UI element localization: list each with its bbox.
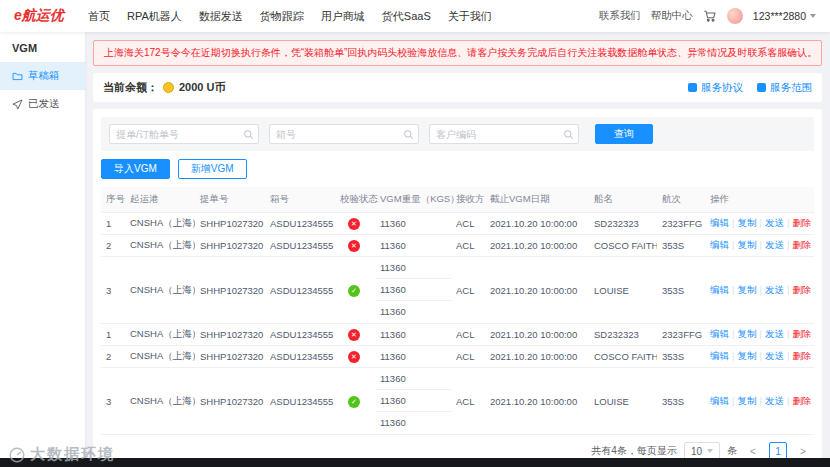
nav-cargo-tracking[interactable]: 货物跟踪 — [260, 9, 304, 24]
customer-code-field — [429, 124, 579, 144]
cell-bl-no: SHHP1027320 — [195, 346, 265, 368]
action-send[interactable]: 发送 — [765, 395, 784, 406]
page-number[interactable]: 1 — [769, 442, 787, 459]
action-copy[interactable]: 复制 — [737, 328, 756, 339]
cell-bl-no: SHHP1027320 — [195, 213, 265, 235]
service-agreement-link[interactable]: 服务协议 — [688, 81, 743, 95]
col-receiver: 接收方 — [451, 187, 485, 213]
nav-rpa-robot[interactable]: RPA机器人 — [127, 9, 182, 24]
table-row: 3CNSHA（上海）SHHP1027320ASDU123455511360113… — [101, 368, 814, 435]
cell-vessel: SD232323 — [589, 324, 657, 346]
action-edit[interactable]: 编辑 — [710, 395, 729, 406]
table-row: 2CNSHA（上海）SHHP1027320ASDU123455511360ACL… — [101, 235, 814, 257]
nav-user-mall[interactable]: 用户商城 — [321, 9, 365, 24]
customer-code-input[interactable] — [429, 124, 579, 144]
vgm-panel: 查询 导入VGM 新增VGM 序号 起运港 提单号 箱号 — [93, 109, 822, 459]
user-account[interactable]: 123***2880 — [753, 10, 816, 22]
app-logo[interactable]: e航运优 — [14, 7, 88, 25]
weight-line: 11360 — [375, 412, 451, 434]
cell-container: ASDU1234555 — [265, 368, 335, 435]
coin-icon — [163, 82, 174, 93]
action-separator: | — [787, 350, 789, 361]
action-edit[interactable]: 编辑 — [710, 284, 729, 295]
action-copy[interactable]: 复制 — [737, 217, 756, 228]
action-separator: | — [759, 350, 761, 361]
cell-status — [335, 257, 375, 324]
action-delete[interactable]: 删除 — [792, 328, 811, 339]
total-count-label: 共有4条，每页显示 — [591, 444, 677, 458]
cart-icon[interactable] — [703, 9, 717, 23]
action-edit[interactable]: 编辑 — [710, 328, 729, 339]
bl-search-input[interactable] — [109, 124, 259, 144]
table-header-row: 序号 起运港 提单号 箱号 校验状态 VGM重量（KGS） 接收方 截止VGM日… — [101, 187, 814, 213]
cell-container: ASDU1234555 — [265, 213, 335, 235]
cell-deadline: 2021.10.20 10:00:00 — [485, 368, 589, 435]
col-container-no: 箱号 — [265, 187, 335, 213]
cell-vessel: LOUISE — [589, 368, 657, 435]
nav-freight-saas[interactable]: 货代SaaS — [382, 9, 431, 24]
action-delete[interactable]: 删除 — [792, 284, 811, 295]
action-copy[interactable]: 复制 — [737, 239, 756, 250]
cell-container: ASDU1234555 — [265, 257, 335, 324]
action-send[interactable]: 发送 — [765, 239, 784, 250]
sidebar-item-drafts[interactable]: 草稿箱 — [0, 62, 85, 90]
cell-bl-no: SHHP1027320 — [195, 257, 265, 324]
action-separator: | — [787, 239, 789, 250]
action-copy[interactable]: 复制 — [737, 395, 756, 406]
import-vgm-button[interactable]: 导入VGM — [101, 159, 170, 179]
container-search-field — [269, 124, 419, 144]
scope-icon — [757, 83, 766, 92]
action-delete[interactable]: 删除 — [792, 239, 811, 250]
nav-home[interactable]: 首页 — [88, 9, 110, 24]
cell-bl-no: SHHP1027320 — [195, 324, 265, 346]
nav-data-send[interactable]: 数据发送 — [199, 9, 243, 24]
cell-port: CNSHA（上海） — [125, 235, 195, 257]
weight-line: 11360 — [375, 279, 451, 301]
contact-us-link[interactable]: 联系我们 — [599, 9, 641, 23]
action-delete[interactable]: 删除 — [792, 395, 811, 406]
container-search-input[interactable] — [269, 124, 419, 144]
sidebar-item-sent[interactable]: 已发送 — [0, 90, 85, 118]
action-send[interactable]: 发送 — [765, 284, 784, 295]
query-button[interactable]: 查询 — [595, 124, 653, 144]
cell-port: CNSHA（上海） — [125, 257, 195, 324]
action-send[interactable]: 发送 — [765, 350, 784, 361]
action-send[interactable]: 发送 — [765, 328, 784, 339]
action-send[interactable]: 发送 — [765, 217, 784, 228]
col-bl-no: 提单号 — [195, 187, 265, 213]
cell-vessel: SD232323 — [589, 213, 657, 235]
cell-actions: 编辑|复制|发送|删除 — [705, 368, 814, 435]
action-delete[interactable]: 删除 — [792, 350, 811, 361]
prev-page-button[interactable]: < — [744, 442, 762, 459]
action-separator: | — [732, 395, 734, 406]
nav-about-us[interactable]: 关于我们 — [448, 9, 492, 24]
action-copy[interactable]: 复制 — [737, 350, 756, 361]
service-scope-label: 服务范围 — [770, 81, 812, 95]
folder-icon — [12, 71, 23, 82]
cell-status — [335, 346, 375, 368]
page-size-select[interactable]: 10 — [684, 442, 720, 459]
cell-deadline: 2021.10.20 10:00:00 — [485, 213, 589, 235]
cell-voyage: 2323FFG — [657, 213, 705, 235]
agreement-icon — [688, 83, 697, 92]
cell-status — [335, 213, 375, 235]
success-status-icon — [348, 396, 360, 408]
table-row: 3CNSHA（上海）SHHP1027320ASDU123455511360113… — [101, 257, 814, 324]
cell-seq: 1 — [101, 213, 125, 235]
add-vgm-button[interactable]: 新增VGM — [178, 159, 247, 179]
help-center-link[interactable]: 帮助中心 — [651, 9, 693, 23]
action-edit[interactable]: 编辑 — [710, 239, 729, 250]
balance-bar: 当前余额： 2000 U币 服务协议 服务范围 — [93, 73, 822, 102]
search-icon — [243, 129, 254, 140]
action-copy[interactable]: 复制 — [737, 284, 756, 295]
service-scope-link[interactable]: 服务范围 — [757, 81, 812, 95]
search-icon — [403, 129, 414, 140]
action-edit[interactable]: 编辑 — [710, 350, 729, 361]
next-page-button[interactable]: > — [794, 442, 812, 459]
avatar[interactable] — [727, 8, 743, 24]
action-edit[interactable]: 编辑 — [710, 217, 729, 228]
cell-port: CNSHA（上海） — [125, 346, 195, 368]
main-content: 上海海关172号令今在近期切换执行条件，凭“装箱舱单”回执内码头校验海放信息、请… — [85, 32, 830, 467]
cell-voyage: 353S — [657, 368, 705, 435]
action-delete[interactable]: 删除 — [792, 217, 811, 228]
